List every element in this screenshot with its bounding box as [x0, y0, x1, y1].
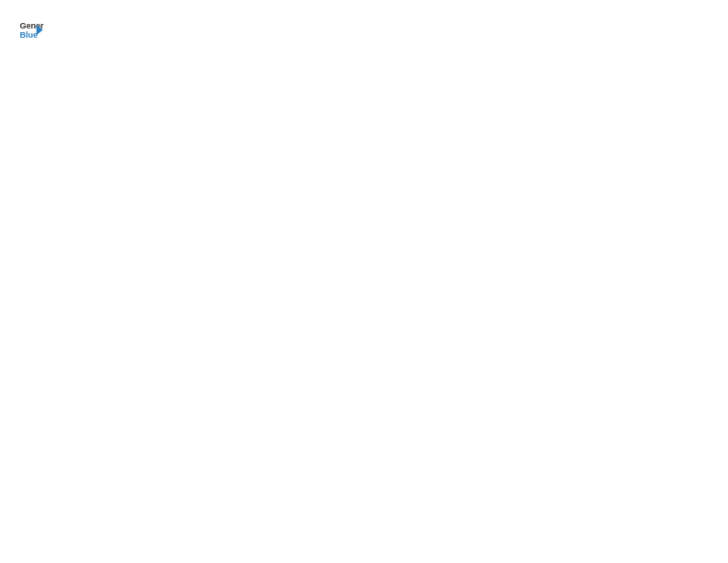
header: General Blue — [18, 18, 710, 44]
logo-icon: General Blue — [18, 18, 44, 44]
logo: General Blue — [18, 18, 44, 44]
svg-text:Blue: Blue — [19, 30, 38, 40]
